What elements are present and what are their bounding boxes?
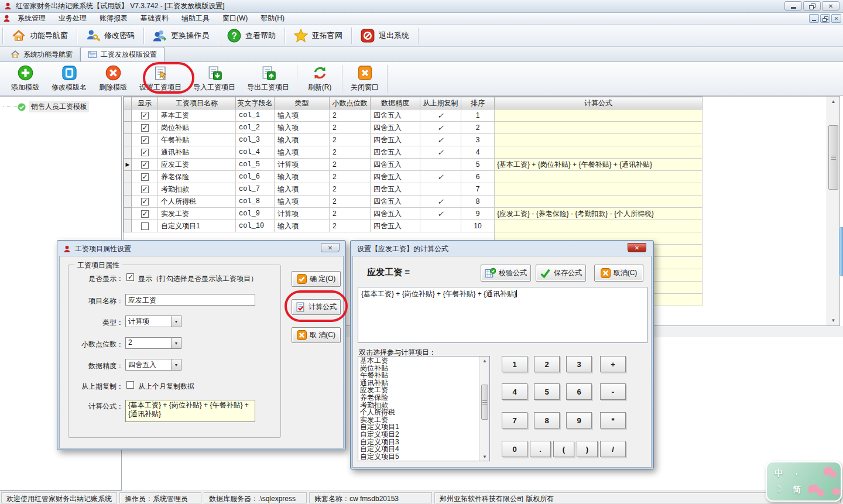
key-plus-button[interactable]: + bbox=[600, 356, 626, 372]
item-name-cell[interactable]: 养老保险 bbox=[158, 171, 236, 183]
order-cell[interactable]: 6 bbox=[461, 171, 495, 183]
key-0-button[interactable]: 0 bbox=[502, 441, 527, 457]
scroll-down-icon[interactable]: ▼ bbox=[827, 316, 839, 325]
copy-cell[interactable]: ✓ bbox=[420, 122, 461, 134]
show-cell[interactable] bbox=[132, 159, 158, 171]
ime-language-panel[interactable]: 中 ， ☽ 简 bbox=[766, 461, 842, 502]
formula-cell[interactable] bbox=[495, 183, 702, 196]
tab-salary-template-settings[interactable]: 工资发放模版设置 bbox=[80, 47, 165, 61]
show-cell[interactable] bbox=[132, 146, 158, 159]
precision-cell[interactable]: 四舍五入 bbox=[371, 159, 420, 171]
import-salary-items-button[interactable]: 导入工资项目 bbox=[187, 63, 241, 94]
show-cell[interactable] bbox=[132, 220, 158, 232]
show-checkbox[interactable] bbox=[141, 198, 149, 205]
precision-cell[interactable]: 四舍五入 bbox=[371, 220, 420, 232]
save-formula-button[interactable]: 保存公式 bbox=[536, 265, 586, 282]
precision-cell[interactable]: 四舍五入 bbox=[371, 134, 420, 146]
minimize-button[interactable] bbox=[784, 1, 802, 11]
order-cell[interactable]: 7 bbox=[461, 183, 495, 196]
dialog-close-button[interactable]: ✕ bbox=[628, 243, 646, 252]
cancel-button[interactable]: 取 消(C) bbox=[292, 327, 341, 343]
show-checkbox[interactable] bbox=[141, 210, 149, 218]
formula-cell[interactable]: {基本工资} + {岗位补贴} + {午餐补贴} + {通讯补贴} bbox=[495, 159, 702, 171]
show-cell[interactable] bbox=[132, 109, 158, 122]
tab-nav-window[interactable]: 系统功能导航窗 bbox=[4, 47, 80, 61]
field-name-cell[interactable]: col_3 bbox=[236, 134, 275, 146]
field-name-cell[interactable]: col_1 bbox=[236, 109, 275, 122]
copy-cell[interactable]: ✓ bbox=[420, 208, 461, 220]
column-header-3[interactable]: 类型 bbox=[275, 97, 330, 109]
formula-cell[interactable] bbox=[495, 171, 702, 183]
field-name-cell[interactable]: col_7 bbox=[236, 183, 275, 196]
decimals-cell[interactable]: 2 bbox=[330, 220, 371, 232]
exit-system-button[interactable]: 退出系统 bbox=[352, 26, 418, 45]
item-name-cell[interactable]: 岗位补贴 bbox=[158, 122, 236, 134]
field-name-cell[interactable]: col_5 bbox=[236, 159, 275, 171]
key-8-button[interactable]: 8 bbox=[534, 412, 560, 428]
show-cell[interactable] bbox=[132, 183, 158, 196]
view-help-button[interactable]: ?查看帮助 bbox=[218, 26, 285, 45]
column-header-0[interactable]: 显示 bbox=[132, 97, 158, 109]
precision-cell[interactable]: 四舍五入 bbox=[371, 196, 420, 208]
formula-cell[interactable]: {应发工资} - {养老保险} - {考勤扣款} - {个人所得税} bbox=[495, 208, 702, 220]
menu-item-help[interactable]: 帮助(H) bbox=[254, 12, 291, 25]
table-row[interactable]: 养老保险col_6输入项2四舍五入✓6 bbox=[124, 171, 702, 183]
type-cell[interactable]: 输入项 bbox=[275, 122, 330, 134]
list-vertical-scrollbar[interactable]: ▲ ▼ bbox=[479, 356, 489, 461]
decimals-cell[interactable]: 2 bbox=[330, 171, 371, 183]
item-name-cell[interactable]: 实发工资 bbox=[158, 208, 236, 220]
formula-cell[interactable] bbox=[495, 134, 702, 146]
type-cell[interactable]: 输入项 bbox=[275, 220, 330, 232]
order-cell[interactable]: 2 bbox=[461, 122, 495, 134]
field-name-cell[interactable]: col_9 bbox=[236, 208, 275, 220]
menu-item-business-process[interactable]: 业务处理 bbox=[52, 12, 93, 25]
show-checkbox[interactable] bbox=[126, 273, 134, 281]
column-header-6[interactable]: 从上期复制 bbox=[420, 97, 461, 109]
order-cell[interactable]: 4 bbox=[461, 146, 495, 159]
type-cell[interactable]: 计算项 bbox=[275, 159, 330, 171]
copy-checkbox[interactable] bbox=[126, 381, 134, 389]
decimals-cell[interactable]: 2 bbox=[330, 196, 371, 208]
show-checkbox[interactable] bbox=[141, 186, 149, 193]
decimals-cell[interactable]: 2 bbox=[330, 183, 371, 196]
yatuo-website-button[interactable]: 亚拓官网 bbox=[285, 26, 351, 45]
scroll-up-icon[interactable]: ▲ bbox=[480, 356, 489, 365]
column-header-1[interactable]: 工资项目名称 bbox=[158, 97, 236, 109]
order-cell[interactable]: 1 bbox=[461, 109, 495, 122]
show-cell[interactable] bbox=[132, 196, 158, 208]
formula-cell[interactable] bbox=[495, 109, 702, 122]
dialog-close-button[interactable]: ✕ bbox=[321, 243, 340, 252]
item-name-cell[interactable]: 应发工资 bbox=[158, 159, 236, 171]
delete-template-button[interactable]: 删除模版 bbox=[92, 63, 133, 94]
column-header-5[interactable]: 数据精度 bbox=[371, 97, 420, 109]
show-checkbox[interactable] bbox=[141, 161, 149, 169]
show-cell[interactable] bbox=[132, 134, 158, 146]
cancel-button[interactable]: 取消(C) bbox=[594, 265, 643, 282]
formula-cell[interactable] bbox=[495, 146, 702, 159]
field-name-cell[interactable]: col_10 bbox=[236, 220, 275, 232]
precision-cell[interactable]: 四舍五入 bbox=[371, 183, 420, 196]
decimals-cell[interactable]: 2 bbox=[330, 134, 371, 146]
table-row[interactable]: 午餐补贴col_3输入项2四舍五入✓3 bbox=[124, 134, 702, 146]
key-minus-button[interactable]: - bbox=[600, 383, 626, 400]
formula-cell[interactable] bbox=[495, 196, 702, 208]
copy-cell[interactable]: ✓ bbox=[420, 146, 461, 159]
decimals-cell[interactable]: 2 bbox=[330, 109, 371, 122]
key-dot-button[interactable]: . bbox=[530, 441, 551, 457]
chevron-down-icon[interactable]: ▼ bbox=[171, 359, 181, 370]
decimals-cell[interactable]: 2 bbox=[330, 208, 371, 220]
item-name-cell[interactable]: 通讯补贴 bbox=[158, 146, 236, 159]
refresh-button[interactable]: 刷新(R) bbox=[299, 63, 340, 94]
table-row[interactable]: 通讯补贴col_4输入项2四舍五入✓4 bbox=[124, 146, 702, 159]
precision-cell[interactable]: 四舍五入 bbox=[371, 208, 420, 220]
menu-item-account-reports[interactable]: 账簿报表 bbox=[93, 12, 134, 25]
scrollbar-thumb[interactable] bbox=[828, 125, 838, 190]
item-name-cell[interactable]: 午餐补贴 bbox=[158, 134, 236, 146]
key-lparen-button[interactable]: ( bbox=[553, 441, 574, 457]
calc-items-listbox[interactable]: 基本工资岗位补贴午餐补贴通讯补贴应发工资养老保险考勤扣款个人所得税实发工资自定义… bbox=[358, 356, 490, 461]
table-row[interactable]: 基本工资col_1输入项2四舍五入✓1 bbox=[124, 109, 702, 122]
mdi-minimize-button[interactable] bbox=[809, 14, 819, 23]
decimals-cell[interactable]: 2 bbox=[330, 146, 371, 159]
precision-cell[interactable]: 四舍五入 bbox=[371, 146, 420, 159]
order-cell[interactable]: 3 bbox=[461, 134, 495, 146]
